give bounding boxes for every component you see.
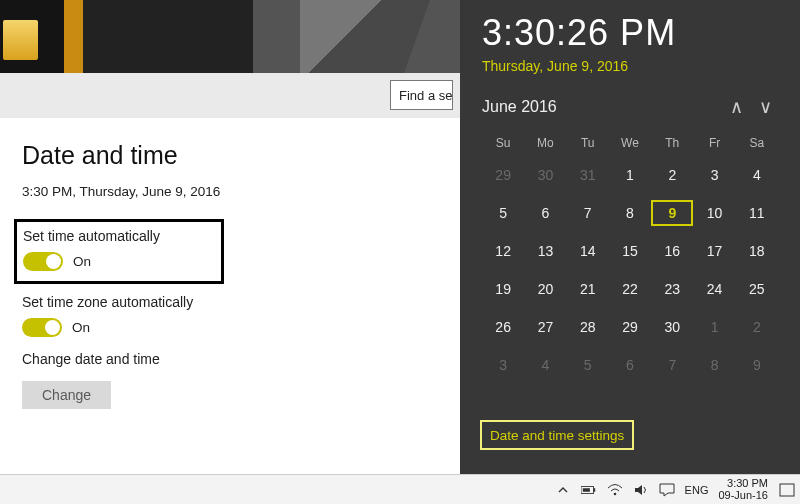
calendar-day[interactable]: 1	[693, 314, 735, 340]
calendar-day[interactable]: 10	[693, 200, 735, 226]
highlight-set-time-auto: Set time automatically On	[14, 219, 224, 284]
tray-clock[interactable]: 3:30 PM 09-Jun-16	[718, 478, 768, 501]
volume-icon[interactable]	[633, 482, 649, 498]
calendar-day[interactable]: 7	[567, 200, 609, 226]
calendar-day[interactable]: 14	[567, 238, 609, 264]
date-time-settings-link[interactable]: Date and time settings	[490, 428, 624, 443]
calendar-day[interactable]: 31	[567, 162, 609, 188]
dow-header: Th	[651, 136, 693, 150]
calendar-day[interactable]: 7	[651, 352, 693, 378]
change-datetime-label: Change date and time	[22, 351, 442, 367]
desktop-photo-strip	[0, 0, 460, 73]
calendar-day[interactable]: 8	[609, 200, 651, 226]
set-time-auto-toggle[interactable]	[23, 252, 63, 271]
calendar-day[interactable]: 1	[609, 162, 651, 188]
calendar-day[interactable]: 30	[651, 314, 693, 340]
set-tz-auto-state: On	[72, 320, 90, 335]
calendar-day[interactable]: 2	[736, 314, 778, 340]
calendar-day[interactable]: 4	[736, 162, 778, 188]
calendar-day[interactable]: 4	[524, 352, 566, 378]
month-label[interactable]: June 2016	[482, 98, 557, 116]
svg-rect-4	[780, 484, 794, 496]
prev-month-button[interactable]: ∧	[724, 97, 749, 117]
calendar-day[interactable]: 15	[609, 238, 651, 264]
calendar-day[interactable]: 8	[693, 352, 735, 378]
dow-header: Tu	[567, 136, 609, 150]
calendar-day[interactable]: 22	[609, 276, 651, 302]
calendar-day[interactable]: 17	[693, 238, 735, 264]
tray-date: 09-Jun-16	[718, 490, 768, 502]
calendar-day[interactable]: 29	[482, 162, 524, 188]
change-button[interactable]: Change	[22, 381, 111, 409]
calendar-day[interactable]: 24	[693, 276, 735, 302]
dow-header: Mo	[524, 136, 566, 150]
next-month-button[interactable]: ∨	[753, 97, 778, 117]
wifi-icon[interactable]	[607, 482, 623, 498]
dow-header: Sa	[736, 136, 778, 150]
svg-rect-2	[582, 488, 589, 492]
system-tray: ENG 3:30 PM 09-Jun-16	[555, 478, 796, 501]
calendar-day[interactable]: 21	[567, 276, 609, 302]
dow-header: Fr	[693, 136, 735, 150]
calendar-day[interactable]: 18	[736, 238, 778, 264]
calendar-day[interactable]: 13	[524, 238, 566, 264]
notifications-icon[interactable]	[778, 482, 796, 498]
calendar-flyout: 3:30:26 PM Thursday, June 9, 2016 June 2…	[460, 0, 800, 474]
set-time-auto-label: Set time automatically	[23, 228, 213, 244]
dow-header: We	[609, 136, 651, 150]
action-center-icon[interactable]	[659, 482, 675, 498]
calendar-day[interactable]: 3	[693, 162, 735, 188]
tray-time: 3:30 PM	[718, 478, 768, 490]
settings-search-input[interactable]: Find a se	[390, 80, 453, 110]
calendar-day[interactable]: 2	[651, 162, 693, 188]
page-title: Date and time	[22, 141, 442, 170]
calendar-day[interactable]: 9	[736, 352, 778, 378]
calendar-grid: SuMoTuWeThFrSa29303112345678910111213141…	[482, 136, 778, 378]
settings-toolbar: Find a se	[0, 73, 460, 118]
calendar-day[interactable]: 19	[482, 276, 524, 302]
calendar-day[interactable]: 16	[651, 238, 693, 264]
calendar-day[interactable]: 25	[736, 276, 778, 302]
battery-icon[interactable]	[581, 482, 597, 498]
settings-panel: Date and time 3:30 PM, Thursday, June 9,…	[22, 141, 442, 423]
svg-rect-1	[593, 488, 595, 492]
calendar-day[interactable]: 26	[482, 314, 524, 340]
calendar-day[interactable]: 5	[567, 352, 609, 378]
calendar-day-today[interactable]: 9	[651, 200, 693, 226]
calendar-day[interactable]: 27	[524, 314, 566, 340]
highlight-settings-link: Date and time settings	[480, 420, 634, 450]
calendar-day[interactable]: 12	[482, 238, 524, 264]
calendar-day[interactable]: 5	[482, 200, 524, 226]
calendar-day[interactable]: 30	[524, 162, 566, 188]
calendar-day[interactable]: 29	[609, 314, 651, 340]
calendar-day[interactable]: 6	[524, 200, 566, 226]
svg-point-3	[613, 492, 616, 495]
set-tz-auto-toggle[interactable]	[22, 318, 62, 337]
input-language[interactable]: ENG	[685, 484, 709, 496]
calendar-day[interactable]: 6	[609, 352, 651, 378]
calendar-day[interactable]: 28	[567, 314, 609, 340]
calendar-day[interactable]: 11	[736, 200, 778, 226]
set-tz-auto-label: Set time zone automatically	[22, 294, 442, 310]
current-datetime-text: 3:30 PM, Thursday, June 9, 2016	[22, 184, 442, 199]
calendar-day[interactable]: 3	[482, 352, 524, 378]
taskbar: ENG 3:30 PM 09-Jun-16	[0, 474, 800, 504]
flyout-time: 3:30:26 PM	[482, 12, 778, 54]
calendar-day[interactable]: 20	[524, 276, 566, 302]
dow-header: Su	[482, 136, 524, 150]
tray-overflow-icon[interactable]	[555, 482, 571, 498]
calendar-day[interactable]: 23	[651, 276, 693, 302]
flyout-date[interactable]: Thursday, June 9, 2016	[482, 58, 778, 74]
set-time-auto-state: On	[73, 254, 91, 269]
